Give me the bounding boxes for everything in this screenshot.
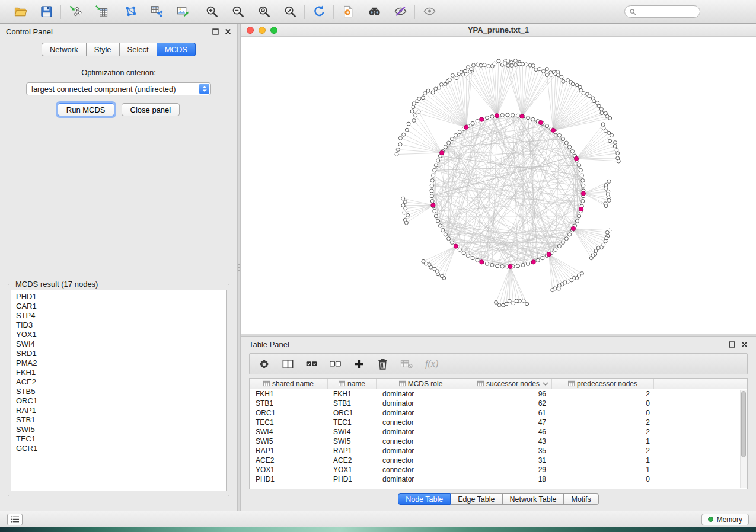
maximize-window-icon[interactable] xyxy=(270,27,277,34)
table-row[interactable]: SWI5SWI5connector431 xyxy=(250,437,747,446)
search-network-icon[interactable] xyxy=(366,4,382,20)
show-graphics-details-icon[interactable] xyxy=(422,4,437,20)
close-table-panel-icon[interactable] xyxy=(741,341,748,348)
table-row[interactable]: YOX1YOX1connector291 xyxy=(250,465,747,475)
close-window-icon[interactable] xyxy=(247,27,254,34)
show-columns-icon[interactable] xyxy=(280,357,295,371)
table-row[interactable]: PHD1PHD1dominator180 xyxy=(250,475,747,484)
import-table-icon[interactable] xyxy=(94,4,109,20)
save-session-icon[interactable] xyxy=(39,4,54,20)
mcds-result-node[interactable]: PHD1 xyxy=(16,292,221,302)
add-row-icon[interactable] xyxy=(352,357,366,371)
mcds-result-node[interactable]: STB1 xyxy=(16,415,221,425)
mcds-result-node[interactable]: GCR1 xyxy=(16,444,221,453)
table-row[interactable]: ORC1ORC1dominator610 xyxy=(250,408,747,418)
tab-network[interactable]: Network xyxy=(42,43,87,56)
column-header-MCDS-role[interactable]: MCDS role xyxy=(377,379,465,389)
table-row[interactable]: RAP1RAP1dominator352 xyxy=(250,446,747,456)
table-row[interactable]: ACE2ACE2connector311 xyxy=(250,456,747,465)
table-panel: Table Panel f(x) shared namenameMCDS rol… xyxy=(241,337,756,511)
open-file-icon[interactable] xyxy=(12,4,28,20)
mcds-result-node[interactable]: ORC1 xyxy=(16,396,221,406)
network-from-table-icon[interactable] xyxy=(149,4,164,20)
table-cell: ACE2 xyxy=(328,456,377,465)
memory-button[interactable]: Memory xyxy=(701,514,749,525)
table-cell: 0 xyxy=(552,399,654,408)
column-header-name[interactable]: name xyxy=(328,379,377,389)
mcds-result-node[interactable]: PMA2 xyxy=(16,358,221,368)
zoom-out-icon[interactable] xyxy=(230,4,245,20)
mcds-result-list[interactable]: PHD1CAR1STP4TID3YOX1SWI4SRD1PMA2FKH1ACE2… xyxy=(11,290,227,491)
table-cell: STB1 xyxy=(328,399,377,408)
tab-mcds[interactable]: MCDS xyxy=(157,43,196,56)
close-panel-button[interactable]: Close panel xyxy=(122,103,180,116)
table-row[interactable]: TEC1TEC1connector472 xyxy=(250,418,747,427)
mcds-result-node[interactable]: TID3 xyxy=(16,321,221,330)
network-canvas[interactable] xyxy=(241,37,756,334)
network-leaf-nodes[interactable] xyxy=(395,59,620,307)
export-image-icon[interactable] xyxy=(175,4,190,20)
table-cell: 96 xyxy=(465,389,552,399)
sort-menu-icon[interactable] xyxy=(542,380,549,387)
settings-gear-icon[interactable] xyxy=(257,357,272,371)
function-builder-icon: f(x) xyxy=(423,358,438,369)
table-scrollbar-thumb[interactable] xyxy=(741,391,746,457)
table-cell: 0 xyxy=(552,408,654,418)
delete-row-icon[interactable] xyxy=(375,357,390,371)
tab-select[interactable]: Select xyxy=(120,43,157,56)
network-window-titlebar[interactable]: YPA_prune.txt_1 xyxy=(241,24,756,37)
column-header-successor-nodes[interactable]: successor nodes xyxy=(465,379,552,389)
table-scrollbar[interactable] xyxy=(740,390,747,488)
column-header-predecessor-nodes[interactable]: predecessor nodes xyxy=(552,379,654,389)
refresh-layout-icon[interactable] xyxy=(311,4,327,20)
float-panel-icon[interactable] xyxy=(212,28,219,35)
mcds-result-node[interactable]: CAR1 xyxy=(16,302,221,311)
import-network-icon[interactable] xyxy=(68,4,83,20)
mcds-result-node[interactable]: SWI4 xyxy=(16,339,221,349)
tab-edge-table[interactable]: Edge Table xyxy=(451,493,502,505)
table-cell: PHD1 xyxy=(328,475,377,484)
tab-motifs[interactable]: Motifs xyxy=(564,493,598,505)
table-cell: 31 xyxy=(465,456,552,465)
mcds-result-node[interactable]: SRD1 xyxy=(16,349,221,358)
tab-style[interactable]: Style xyxy=(87,43,120,56)
mcds-result-node[interactable]: STB5 xyxy=(16,387,221,396)
task-history-button[interactable] xyxy=(7,514,23,525)
mcds-result-node[interactable]: RAP1 xyxy=(16,406,221,415)
table-row[interactable]: SWI4SWI4dominator462 xyxy=(250,427,747,437)
tab-node-table[interactable]: Node Table xyxy=(398,493,451,505)
mcds-result-node[interactable]: STP4 xyxy=(16,311,221,321)
mcds-result-node[interactable]: SWI5 xyxy=(16,425,221,434)
zoom-fit-icon[interactable] xyxy=(256,4,272,20)
deselect-all-icon[interactable] xyxy=(328,357,343,371)
table-cell: dominator xyxy=(377,399,465,408)
close-panel-icon[interactable] xyxy=(225,28,231,35)
right-column: YPA_prune.txt_1 Table Panel f(x) xyxy=(241,24,756,511)
table-row[interactable]: FKH1FKH1dominator962 xyxy=(250,389,747,399)
export-document-icon[interactable] xyxy=(340,4,356,20)
zoom-in-icon[interactable] xyxy=(204,4,219,20)
new-network-icon[interactable] xyxy=(123,4,138,20)
zoom-selected-icon[interactable] xyxy=(282,4,298,20)
minimize-window-icon[interactable] xyxy=(259,27,266,34)
mcds-result-node[interactable]: TEC1 xyxy=(16,434,221,444)
network-graph[interactable] xyxy=(241,37,756,334)
tab-network-table[interactable]: Network Table xyxy=(503,493,564,505)
select-all-icon[interactable] xyxy=(304,357,319,371)
search-input[interactable] xyxy=(639,8,696,16)
table-cell: YOX1 xyxy=(250,465,328,475)
table-cell: 2 xyxy=(552,427,654,437)
column-header-shared-name[interactable]: shared name xyxy=(250,379,328,389)
float-table-panel-icon[interactable] xyxy=(729,341,735,348)
import-disabled-icon xyxy=(399,357,414,371)
mcds-result-node[interactable]: FKH1 xyxy=(16,368,221,377)
optimization-criterion-select[interactable]: largest connected component (undirected) xyxy=(26,82,211,95)
hide-graphics-details-icon[interactable] xyxy=(393,4,408,20)
mcds-result-node[interactable]: ACE2 xyxy=(16,377,221,387)
table-cell: STB1 xyxy=(250,399,328,408)
search-box[interactable] xyxy=(624,5,700,18)
table-row[interactable]: STB1STB1dominator620 xyxy=(250,399,747,408)
run-mcds-button[interactable]: Run MCDS xyxy=(58,103,114,116)
mcds-result-node[interactable]: YOX1 xyxy=(16,330,221,339)
table-cell: 62 xyxy=(465,399,552,408)
